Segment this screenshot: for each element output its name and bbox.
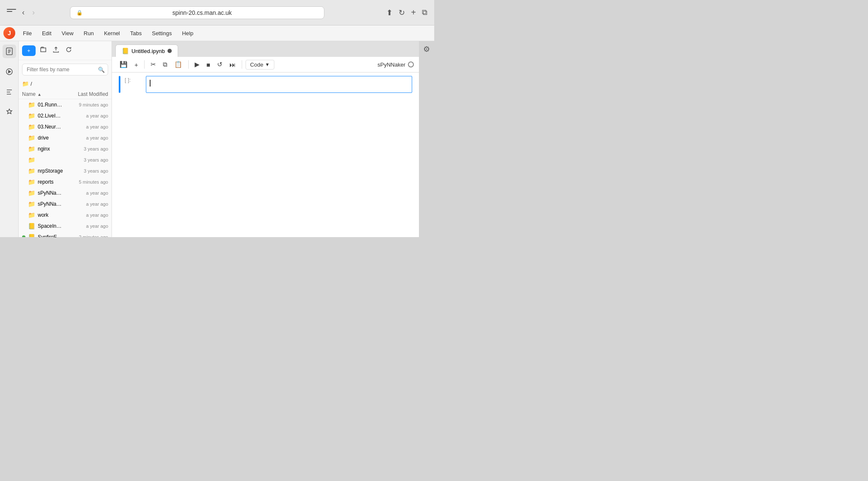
folder-icon: 📁 <box>28 168 35 174</box>
address-bar[interactable]: 🔒 spinn-20.cs.man.ac.uk <box>70 6 324 19</box>
menu-file[interactable]: File <box>19 28 36 38</box>
code-cell: [ ]: <box>112 73 419 96</box>
file-modified-time: a year ago <box>66 190 108 196</box>
files-icon-button[interactable] <box>3 45 16 58</box>
copy-button[interactable]: ⧉ <box>160 59 170 70</box>
file-panel-toolbar: + + <box>19 41 112 60</box>
menu-tabs[interactable]: Tabs <box>126 28 146 38</box>
list-item[interactable]: 📁03.Neuror...a year ago <box>19 121 112 132</box>
browser-controls: ‹ › <box>7 7 36 18</box>
menu-bar: J File Edit View Run Kernel Tabs Setting… <box>0 25 434 41</box>
file-name: 03.Neuror... <box>38 124 63 130</box>
toc-icon-button[interactable] <box>3 85 16 99</box>
file-modified-time: 3 years ago <box>66 146 108 151</box>
settings-gear-icon[interactable]: ⚙ <box>423 45 430 54</box>
new-folder-button[interactable] <box>38 45 48 56</box>
notebook-tab-icon: 📒 <box>122 48 129 54</box>
cell-cursor <box>150 80 151 87</box>
new-file-button[interactable]: + + <box>22 45 36 56</box>
file-modified-time: a year ago <box>66 113 108 118</box>
search-box: 🔍 <box>22 64 108 76</box>
file-modified-time: a year ago <box>66 213 108 218</box>
menu-help[interactable]: Help <box>178 28 198 38</box>
share-button[interactable]: ⬆ <box>386 8 393 17</box>
list-item[interactable]: 📒SpaceInva...a year ago <box>19 221 112 232</box>
file-modified-time: 3 years ago <box>66 157 108 162</box>
list-item[interactable]: 📁3 years ago <box>19 154 112 165</box>
file-modified-time: a year ago <box>66 124 108 129</box>
list-item[interactable]: 📁nginx3 years ago <box>19 143 112 154</box>
tab-overview-button[interactable]: ⧉ <box>422 8 427 17</box>
list-item[interactable]: 📁02.LiveInp...a year ago <box>19 110 112 121</box>
reload-button[interactable]: ↻ <box>399 8 405 17</box>
lock-icon: 🔒 <box>76 10 83 16</box>
list-item[interactable]: 📒SynfireExa...2 minutes ago <box>19 232 112 237</box>
sidebar-toggle-button[interactable] <box>7 9 16 17</box>
folder-icon: 📁 <box>28 123 35 130</box>
file-name: work <box>38 212 63 218</box>
cell-prompt: [ ]: <box>125 76 142 83</box>
folder-icon: 📁 <box>28 145 35 152</box>
file-name: sPyNNaker <box>38 190 63 196</box>
list-item[interactable]: 📁reports5 minutes ago <box>19 176 112 187</box>
folder-icon: 📁 <box>28 112 35 119</box>
fast-forward-button[interactable]: ⏭ <box>227 60 238 70</box>
breadcrumb-path: / <box>31 81 32 87</box>
folder-icon: 📁 <box>28 179 35 185</box>
file-name: sPyNNake... <box>38 201 63 207</box>
browser-chrome: ‹ › 🔒 spinn-20.cs.man.ac.uk ⬆ ↻ + ⧉ <box>0 0 434 25</box>
running-icon-button[interactable] <box>3 65 16 78</box>
kernel-name-label: sPyNNaker <box>377 62 405 68</box>
sort-icon: ▲ <box>37 92 42 97</box>
breadcrumb: 📁 / <box>19 79 112 89</box>
col-modified-header[interactable]: Last Modified <box>66 91 108 97</box>
add-cell-button[interactable]: + <box>132 60 141 70</box>
back-button[interactable]: ‹ <box>20 7 26 18</box>
paste-button[interactable]: 📋 <box>172 59 185 70</box>
folder-icon: 📁 <box>28 190 35 196</box>
notebook-icon: 📒 <box>28 223 35 229</box>
toolbar-separator-2 <box>188 60 189 69</box>
upload-button[interactable] <box>51 45 61 56</box>
stop-button[interactable]: ■ <box>204 60 213 70</box>
menu-run[interactable]: Run <box>79 28 98 38</box>
menu-edit[interactable]: Edit <box>38 28 56 38</box>
forward-button[interactable]: › <box>31 7 36 18</box>
running-dot <box>22 235 25 237</box>
file-modified-time: 9 minutes ago <box>66 102 108 107</box>
notebook-tab[interactable]: 📒 Untitled.ipynb <box>115 45 178 57</box>
file-name: reports <box>38 179 63 185</box>
restart-button[interactable]: ↺ <box>215 59 225 70</box>
run-button[interactable]: ▶ <box>192 59 202 70</box>
col-name-header[interactable]: Name ▲ <box>22 91 66 97</box>
list-item[interactable]: 📁01.Runnin...9 minutes ago <box>19 99 112 110</box>
cut-button[interactable]: ✂ <box>148 59 159 70</box>
cell-input[interactable] <box>146 76 412 93</box>
kernel-status-circle <box>408 62 414 67</box>
extensions-icon-button[interactable] <box>3 106 16 119</box>
menu-settings[interactable]: Settings <box>148 28 176 38</box>
file-list: 📁01.Runnin...9 minutes ago📁02.LiveInp...… <box>19 99 112 237</box>
dropdown-chevron-icon: ▼ <box>265 62 270 67</box>
add-tab-button[interactable]: + <box>411 8 416 17</box>
menu-view[interactable]: View <box>57 28 78 38</box>
save-button[interactable]: 💾 <box>117 59 130 70</box>
code-type-dropdown[interactable]: Code ▼ <box>246 60 274 70</box>
search-input[interactable] <box>22 64 108 76</box>
search-icon: 🔍 <box>98 67 105 73</box>
file-name: drive <box>38 135 63 141</box>
list-item[interactable]: 📁nrpStorage3 years ago <box>19 165 112 176</box>
file-modified-time: a year ago <box>66 201 108 207</box>
list-item[interactable]: 📁drivea year ago <box>19 132 112 143</box>
file-name: nginx <box>38 146 63 152</box>
notebook-tab-name: Untitled.ipynb <box>131 48 165 54</box>
list-item[interactable]: 📁worka year ago <box>19 210 112 221</box>
refresh-button[interactable] <box>64 45 74 56</box>
file-panel: + + 🔍 📁 <box>19 41 112 237</box>
file-name: SynfireExa... <box>38 234 63 237</box>
list-item[interactable]: 📁sPyNNake...a year ago <box>19 199 112 210</box>
list-item[interactable]: 📁sPyNNakera year ago <box>19 187 112 199</box>
folder-icon: 📁 <box>28 201 35 207</box>
menu-kernel[interactable]: Kernel <box>100 28 124 38</box>
folder-icon: 📁 <box>28 101 35 108</box>
